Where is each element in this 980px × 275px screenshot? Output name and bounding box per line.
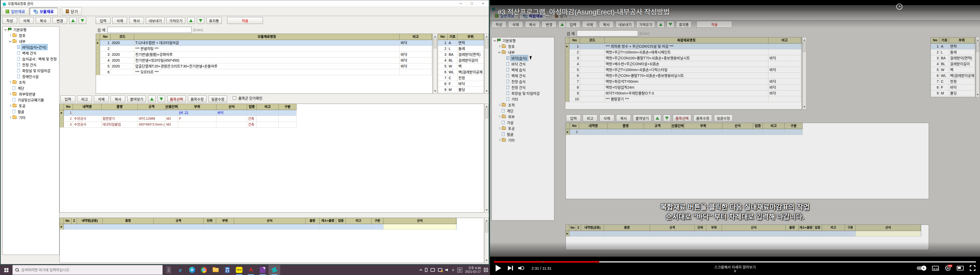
column-header[interactable]: 단위 <box>695 225 706 231</box>
column-header[interactable]: 비고 <box>257 104 279 110</box>
taskbar-kakaotalk[interactable]: TALK <box>233 265 245 275</box>
taskbar-internet-explorer[interactable]: e <box>175 265 186 275</box>
table-row[interactable]: 8F바닥 <box>438 81 484 87</box>
column-header[interactable]: 산출단위 <box>671 123 684 129</box>
tree-item-label[interactable]: 토공 <box>18 103 27 109</box>
tree-item-외부[interactable]: 외부 <box>492 114 554 119</box>
chevron-down-icon[interactable] <box>498 51 501 54</box>
tree-item-label[interactable]: 조적 <box>18 79 27 85</box>
table-row[interactable]: 6WL벽(걸레받이공제 <box>438 69 484 75</box>
table-row[interactable]: 3BA걸레받이(면적) <box>438 52 484 58</box>
tree-item-기타[interactable]: 기타 <box>492 137 554 143</box>
column-header[interactable]: 산식 <box>216 104 247 110</box>
tree-item-천정 습식[interactable]: 천정 습식 <box>492 78 554 84</box>
phone-link-icon[interactable] <box>425 268 428 272</box>
table-row[interactable]: 4액방+배수판+무근CON타설+쇠흙손 <box>565 61 802 67</box>
tree-item-벽체 습식[interactable]: 벽체 습식 <box>492 67 554 73</box>
tree-item-가설[interactable]: 가설 <box>492 119 554 125</box>
column-header[interactable]: 단위 <box>204 218 216 224</box>
column-header[interactable]: 산식 <box>722 225 786 231</box>
apply-button[interactable]: 적용 <box>227 17 263 24</box>
tree-item-천정 건식[interactable]: 천정 건식 <box>3 62 59 68</box>
column-header[interactable]: 내역명(공용) <box>581 225 604 231</box>
table-row[interactable]: 1A면적 <box>931 44 975 49</box>
column-header[interactable]: 부위 <box>949 38 975 43</box>
table-row[interactable]: ▶1[비 고]바닥 <box>60 110 297 116</box>
tree-item-창호[interactable]: 창호 <box>492 43 554 49</box>
scroll-up-icon[interactable] <box>485 104 488 108</box>
main-table-scrollbar[interactable] <box>433 33 437 94</box>
table-row[interactable]: 5W벽 <box>438 63 484 69</box>
tree-item-label[interactable]: 철골 <box>17 109 25 114</box>
export-button[interactable]: 내보내기 <box>146 17 165 24</box>
column-header[interactable]: 기호 <box>940 38 949 43</box>
tree-item-바닥(습식)[interactable]: 바닥(습식) <box>492 55 554 61</box>
chevron-right-icon[interactable] <box>9 104 11 107</box>
taskbar-search[interactable] <box>12 265 163 275</box>
column-header[interactable]: 기호 <box>448 34 457 40</box>
parts-scrollbar[interactable] <box>485 33 489 94</box>
tree-item-label[interactable]: 바닥(습식) <box>511 55 528 61</box>
tree-item-벽체 건식[interactable]: 벽체 건식 <box>492 73 554 78</box>
column-header[interactable]: 구분 <box>371 218 383 224</box>
tree-item-바닥 건식[interactable]: 바닥 건식 <box>492 61 554 67</box>
tree-item-label[interactable]: 천정 습식 <box>511 79 527 84</box>
tree-item-label[interactable]: 창호 <box>507 44 516 49</box>
tree-item-천정 건식[interactable]: 천정 건식 <box>492 84 554 90</box>
row-up-button[interactable] <box>187 17 195 24</box>
detail-up-button[interactable] <box>148 95 156 102</box>
column-header[interactable]: 품명 <box>604 225 650 231</box>
table-row[interactable]: 4BL걸레받이길이 <box>438 58 484 63</box>
action-center-icon[interactable] <box>484 268 488 272</box>
tree-item-계단[interactable]: 계단 <box>3 85 59 91</box>
tree-item-label[interactable]: 벽체 건식 <box>21 50 37 56</box>
tree-item-label[interactable]: 토공 <box>507 125 516 131</box>
tab-general-material[interactable]: 일반재료 <box>2 8 29 15</box>
tree-item-내부[interactable]: 내부 <box>492 49 554 55</box>
tree-item-label[interactable]: 계단 <box>506 108 514 114</box>
chevron-down-icon[interactable] <box>9 40 11 43</box>
table-row[interactable]: 32020전기판넬(필름)+강화마루바닥 <box>96 52 432 58</box>
tree-item-기본유형[interactable]: 기본유형 <box>3 27 59 32</box>
table-row[interactable]: 2*** 판넬히팅 *** <box>96 46 432 52</box>
tree-item-label[interactable]: 기타 <box>507 137 516 143</box>
trash-button[interactable]: 휴지통 <box>206 17 222 24</box>
column-header[interactable]: 부위 <box>178 104 216 110</box>
taskbar-autocad[interactable]: A <box>245 265 257 275</box>
tree-item-label[interactable]: 바닥 건식 <box>511 61 527 67</box>
column-header[interactable]: 내역명 <box>579 123 608 129</box>
table-row[interactable]: ▶ <box>60 224 457 230</box>
column-header[interactable]: 비고 <box>768 38 801 43</box>
tab-module-material[interactable]: 모듈재료 <box>30 8 58 15</box>
tree-item-label[interactable]: 가설 <box>506 120 514 125</box>
summary-scrollbar[interactable] <box>485 218 489 263</box>
tree-item-외부및판넬[interactable]: 외부및판넬 <box>3 91 59 97</box>
chevron-right-icon[interactable] <box>9 34 11 37</box>
column-header[interactable]: 물량 <box>786 225 799 231</box>
table-row[interactable]: 3BA걸레받이(면적) <box>931 55 975 61</box>
tree-item-토공[interactable]: 토공 <box>492 125 554 131</box>
ime-indicator[interactable]: 한 <box>457 268 462 272</box>
change-button[interactable]: 변경 <box>52 17 67 24</box>
table-row[interactable]: ▶ <box>566 231 921 237</box>
column-header[interactable]: 업종 <box>813 225 822 231</box>
tree-item-토공[interactable]: 토공 <box>3 103 59 109</box>
scroll-up-icon[interactable] <box>433 34 437 38</box>
taskbar-app-vertical-text[interactable]: 그디 <box>163 265 175 275</box>
item-select-button[interactable]: 품목선택 <box>167 95 186 102</box>
chevron-right-icon[interactable] <box>498 127 501 130</box>
column-header[interactable]: 산식 <box>383 218 456 224</box>
column-header[interactable]: 구분 <box>785 123 803 129</box>
chevron-right-icon[interactable] <box>498 104 501 106</box>
tree-item-장애인시설[interactable]: 장애인시설 <box>3 73 59 79</box>
table-row[interactable]: 42020전기판넬+데코타일(450*450)바닥 <box>96 58 432 63</box>
taskbar-book-app[interactable] <box>257 265 269 275</box>
taskbar-chrome[interactable] <box>198 265 210 275</box>
delete-button[interactable]: 삭제 <box>19 17 34 24</box>
table-row[interactable]: ▶1 <box>566 129 803 135</box>
scroll-up-icon[interactable] <box>485 34 488 38</box>
table-row[interactable]: ▶1*** 최하층 방수 + 무근CON'C타설 및 마감 *** <box>565 44 802 49</box>
table-row[interactable]: 10*** 몰탈깔기 *** <box>565 96 802 102</box>
create-button[interactable]: 작성 <box>2 17 17 24</box>
table-row[interactable]: 7C천정 <box>931 79 975 85</box>
